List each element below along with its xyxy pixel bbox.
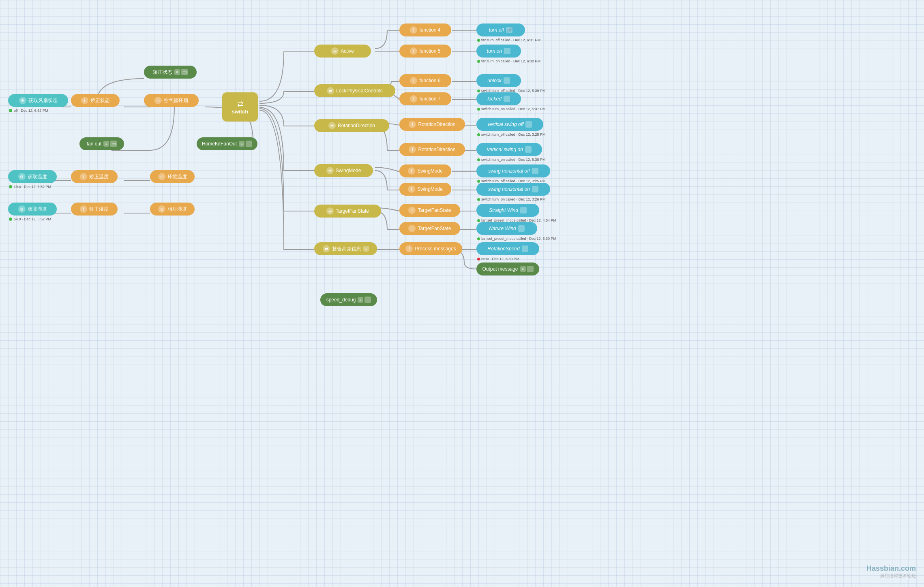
turn-off-node[interactable]: turn off 🔗 [476, 23, 525, 36]
switch-node[interactable]: ⇄ switch [222, 92, 258, 122]
func5-node[interactable]: f function 5 [399, 45, 451, 58]
env-temp-icon: ⊙ [158, 173, 165, 180]
speed-debug-node[interactable]: speed_debug ≡ [320, 293, 377, 306]
straight-wind-node[interactable]: Straight Wind [476, 204, 539, 217]
turnon-status: fan.turn_on called · Dec 12, 6:30 PM [481, 59, 540, 63]
swinghoff-btn[interactable] [532, 168, 538, 174]
node-btn2[interactable]: ▭ [110, 141, 117, 147]
func7-node[interactable]: f function 7 [399, 92, 451, 105]
swing-h-on-node[interactable]: swing horizontal on [476, 183, 550, 196]
rotdir2-node[interactable]: f RotationDirection [399, 143, 465, 156]
env-temp-node[interactable]: ⊙ 环境温度 [150, 170, 195, 183]
menu-icon[interactable]: ≡ [174, 69, 180, 75]
unlock-node[interactable]: unlock [476, 74, 521, 87]
active-node[interactable]: ⇄ Active [314, 45, 371, 58]
menu-icon3[interactable]: ≡ [239, 141, 244, 147]
straightwind-dot [477, 219, 480, 222]
turnon-dot [477, 60, 480, 63]
correct-state-node[interactable]: f 矫正状态 [71, 94, 120, 107]
rotation-speed-node[interactable]: RotationSpeed [476, 242, 539, 255]
vertoff-status: switch.turn_off called · Dec 12, 3:25 PM [481, 132, 545, 137]
get-fan-state-node[interactable]: ⚙ 获取风扇状态 [8, 94, 68, 107]
fan-icon: ⚙ [19, 97, 26, 104]
locked-btn[interactable] [504, 96, 510, 102]
switch-icon: ⇄ [237, 100, 243, 109]
turnon-btn[interactable] [504, 48, 510, 54]
menu-icon5[interactable]: ≡ [358, 297, 363, 303]
locked-dot [477, 108, 480, 111]
swingmode2-icon: f [408, 186, 415, 193]
rotspeed-dot [477, 258, 480, 260]
humidity-status-dot [9, 218, 12, 221]
get-humidity-node[interactable]: ⚙ 获取湿度 [8, 203, 57, 216]
homekit-fanout-node[interactable]: HomeKitFanOut ≡ [197, 137, 257, 150]
rotation-dir-node[interactable]: ⇄ RotationDirection [314, 119, 389, 132]
vert-swing-off-node[interactable]: vertical swing off [476, 118, 543, 131]
targetfan2-node[interactable]: f TargetFanState [399, 222, 460, 235]
func-temp-icon: f [80, 173, 87, 180]
watermark-title: Hassbian.com [866, 564, 916, 573]
nature-wind-node[interactable]: Nature Wind [476, 222, 537, 235]
swingmode1-node[interactable]: f SwingMode [399, 164, 451, 177]
straightwind-btn[interactable] [520, 207, 527, 213]
rotspeed-status: error · Dec 12, 6:30 PM [481, 257, 519, 261]
correct-humidity-node[interactable]: f 矫正湿度 [71, 203, 118, 216]
naturewind-status: fan.set_preset_mode called · Dec 12, 6:3… [481, 237, 556, 241]
rel-humidity-node[interactable]: ⊙ 相对湿度 [150, 203, 195, 216]
output-msg-node[interactable]: Output message ≡ [476, 263, 539, 275]
targetfan1-node[interactable]: f TargetFanState [399, 204, 460, 217]
menu-icon4[interactable]: ≡ [363, 246, 369, 252]
temp-status-dot [9, 185, 12, 188]
temp-status: 19.4 · Dec 12, 6:52 PM [14, 185, 51, 189]
locked-status: switch.turn_on called · Dec 12, 5:37 PM [481, 107, 546, 111]
switch-label: switch [232, 109, 248, 115]
naturewind-btn[interactable] [518, 225, 525, 232]
swing-h-off-node[interactable]: swing horizontal off [476, 164, 550, 177]
rotdir2-icon: f [409, 146, 416, 153]
node-btn4[interactable] [364, 297, 371, 303]
func6-icon: f [410, 77, 417, 84]
humidity-icon: ⚙ [18, 205, 26, 213]
unlock-dot [477, 90, 480, 92]
highfreq-icon: ⇄ [323, 245, 330, 252]
get-temp-node[interactable]: ⚙ 获取温度 [8, 170, 57, 183]
func7-icon: f [410, 95, 417, 102]
fan-state-status: off · Dec 12, 6:52 PM [14, 109, 48, 113]
node-button[interactable]: ▭ [181, 69, 188, 75]
process-msgs-node[interactable]: f Process messages [399, 242, 462, 255]
vertoff-btn[interactable] [525, 121, 532, 128]
turnoff-status: fan.turn_off called · Dec 12, 6:31 PM [481, 38, 540, 42]
verton-btn[interactable] [525, 146, 532, 153]
menu-icon2[interactable]: ≡ [103, 141, 109, 147]
watermark-subtitle: 瀚思彼岸技术论坛 [866, 573, 916, 579]
air-circulation-node[interactable]: ⊙ 空气循环扇 [144, 94, 199, 107]
turnoff-dot [477, 39, 480, 42]
unlock-btn[interactable] [504, 77, 510, 84]
turnoff-btn[interactable]: 🔗 [506, 27, 512, 33]
rotspeed-btn[interactable] [522, 245, 528, 252]
target-fan-node[interactable]: ⇄ TargetFanState [314, 205, 381, 218]
fan-out-node[interactable]: fan out ≡ ▭ [79, 137, 124, 150]
outputmsg-btn[interactable] [527, 266, 534, 272]
swing-icon: ⇄ [326, 167, 334, 174]
vert-swing-on-node[interactable]: vertical swing on [476, 143, 542, 156]
tf2-icon: f [408, 225, 416, 232]
correct-temp-node[interactable]: f 矫正温度 [71, 170, 118, 183]
func6-node[interactable]: f function 6 [399, 74, 451, 87]
swingmode1-icon: f [408, 167, 415, 175]
locked-node[interactable]: locked [476, 92, 521, 105]
func-icon: f [81, 97, 88, 104]
swingmode2-node[interactable]: f SwingMode [399, 183, 451, 196]
process-icon: f [405, 245, 413, 252]
func4-node[interactable]: f function 4 [399, 23, 451, 36]
node-btn3[interactable] [246, 141, 252, 147]
correct-status-top-node[interactable]: 矫正状态 ≡ ▭ [144, 66, 197, 79]
high-freq-node[interactable]: ⇄ 整合高频信息 ≡ [314, 242, 377, 255]
swing-mode-node[interactable]: ⇄ SwingMode [314, 164, 373, 177]
outputmsg-menu[interactable]: ≡ [520, 266, 526, 272]
turn-on-node[interactable]: turn on [476, 45, 521, 58]
lock-physical-node[interactable]: ⇄ LockPhysicalControls [314, 84, 395, 97]
swinghon-dot [477, 198, 480, 201]
rotdir1-node[interactable]: f RotationDirection [399, 118, 465, 131]
swinghon-btn[interactable] [532, 186, 538, 192]
